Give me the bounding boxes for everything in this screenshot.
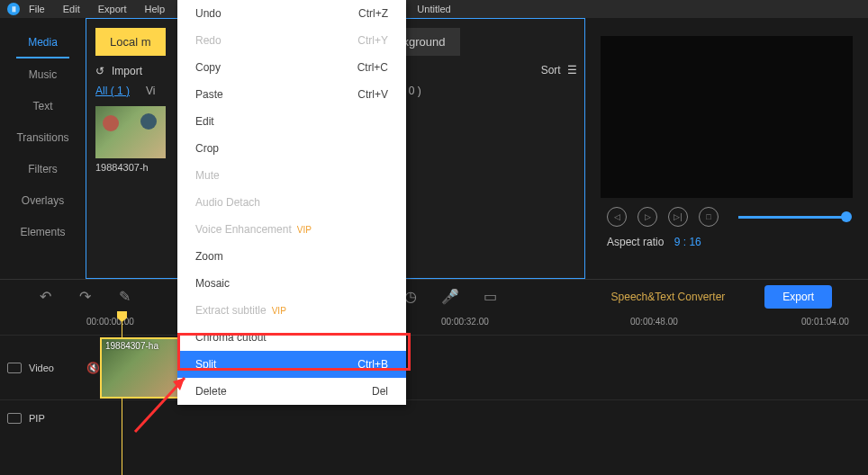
stop-button[interactable]: □ [699,207,719,227]
play-button[interactable]: ▷ [637,207,657,227]
record-icon[interactable]: ▭ [481,288,499,306]
ctx-label: Paste [195,88,223,101]
sort-button[interactable]: Sort ☰ [541,64,575,76]
video-track-label: Video [29,363,54,373]
ctx-redo: RedoCtrl+Y [177,27,406,54]
ctx-shortcut: Del [372,385,388,398]
ctx-label: Mosaic [195,277,230,290]
ruler-mark: 00:00:00.00 [86,317,134,327]
ctx-chroma-cutout[interactable]: Chroma cutout [177,324,406,351]
redo-icon[interactable]: ↷ [76,288,94,306]
filter-video[interactable]: Vi [146,85,155,97]
ctx-shortcut: Ctrl+C [357,61,388,74]
ctx-label: Voice Enhancement [195,223,292,236]
filter-all[interactable]: All ( 1 ) [95,85,130,97]
sidebar-item-filters[interactable]: Filters [0,153,86,184]
ctx-label: Audio Detach [195,196,260,209]
ctx-shortcut: Ctrl+Z [358,7,388,20]
ctx-label: Crop [195,142,219,155]
slider-thumb[interactable] [841,211,852,222]
ctx-shortcut: Ctrl+B [357,358,388,371]
sidebar-item-transitions[interactable]: Transitions [0,121,86,153]
menu-help[interactable]: Help [145,4,166,14]
menu-edit[interactable]: Edit [63,4,80,14]
app-logo: ⏸ [7,3,20,15]
ctx-label: Undo [195,7,222,20]
document-title: Untitled [417,4,450,14]
ctx-mosaic[interactable]: Mosaic [177,270,406,297]
video-track[interactable]: Video 🔇 19884307-ha [0,335,868,399]
vip-badge: VIP [272,306,286,316]
aspect-ratio-value[interactable]: 9 : 16 [674,236,701,248]
sidebar-item-text[interactable]: Text [0,90,86,121]
menu-file[interactable]: File [29,4,45,14]
mic-icon[interactable]: 🎤 [441,288,459,306]
sort-label: Sort [541,64,561,76]
undo-icon[interactable]: ↶ [36,288,54,306]
sidebar-item-music[interactable]: Music [0,58,86,90]
ctx-copy[interactable]: CopyCtrl+C [177,54,406,81]
ctx-undo[interactable]: UndoCtrl+Z [177,0,406,27]
preview-panel: ◁ ▷ ▷| □ Aspect ratio 9 : 16 [585,18,868,279]
ctx-label: Split [195,358,216,371]
ruler-mark: 00:00:32.00 [441,317,489,327]
import-link[interactable]: Import [112,65,142,77]
video-track-icon [7,363,22,373]
sort-icon: ☰ [567,64,575,76]
ctx-label: Extract subtitle [195,304,267,317]
ruler-mark: 00:00:48.00 [630,317,678,327]
aspect-ratio-label: Aspect ratio [607,236,664,248]
context-menu: UndoCtrl+ZRedoCtrl+YCopyCtrl+CPasteCtrl+… [177,0,406,405]
timeline: 00:00:00.00 00:00:32.00 00:00:48.00 00:0… [0,313,868,435]
ctx-label: Zoom [195,250,223,263]
ctx-split[interactable]: SplitCtrl+B [177,351,406,378]
pip-track[interactable]: PIP [0,399,868,435]
timeline-toolbar: ↶ ↷ ✎ ⧉ ◷ 🎤 ▭ Speech&Text Converter Expo… [0,279,868,313]
prev-frame-button[interactable]: ◁ [607,207,627,227]
tab-local-media[interactable]: Local m [95,28,166,56]
ctx-shortcut: Ctrl+V [357,88,388,101]
ctx-paste[interactable]: PasteCtrl+V [177,81,406,108]
sidebar-item-elements[interactable]: Elements [0,216,86,247]
timeline-ruler[interactable]: 00:00:00.00 00:00:32.00 00:00:48.00 00:0… [0,313,868,335]
ctx-label: Copy [195,61,221,74]
thumbnail-image [95,106,166,158]
ctx-audio-detach: Audio Detach [177,189,406,216]
preview-viewport [601,36,853,198]
ctx-extract-subtitle: Extract subtitleVIP [177,297,406,324]
refresh-icon[interactable]: ↺ [95,65,104,77]
sidebar: Media Music Text Transitions Filters Ove… [0,18,86,279]
sidebar-item-media[interactable]: Media [16,27,69,58]
ctx-zoom[interactable]: Zoom [177,243,406,270]
ctx-label: Chroma cutout [195,331,267,344]
ctx-voice-enhancement: Voice EnhancementVIP [177,216,406,243]
menu-export[interactable]: Export [98,4,127,14]
clip-label: 19884307-ha [105,341,158,351]
ctx-label: Mute [195,169,220,182]
vip-badge: VIP [297,225,312,235]
export-button[interactable]: Export [764,285,832,309]
sidebar-item-overlays[interactable]: Overlays [0,184,86,216]
ruler-mark: 00:01:04.00 [801,317,849,327]
zoom-slider[interactable] [738,216,846,219]
mute-icon[interactable]: 🔇 [86,362,100,374]
ctx-shortcut: Ctrl+Y [357,34,388,47]
ctx-delete[interactable]: DeleteDel [177,378,406,405]
ctx-mute: Mute [177,162,406,189]
next-frame-button[interactable]: ▷| [668,207,688,227]
titlebar: ⏸ File Edit Export Help Untitled [0,0,868,18]
speech-text-converter[interactable]: Speech&Text Converter [611,291,726,303]
ctx-label: Redo [195,34,222,47]
pip-track-icon [7,413,22,424]
edit-icon[interactable]: ✎ [115,288,133,306]
ctx-label: Edit [195,115,214,128]
pip-track-label: PIP [29,413,45,424]
ctx-edit[interactable]: Edit [177,108,406,135]
ctx-crop[interactable]: Crop [177,135,406,162]
ctx-label: Delete [195,385,227,398]
